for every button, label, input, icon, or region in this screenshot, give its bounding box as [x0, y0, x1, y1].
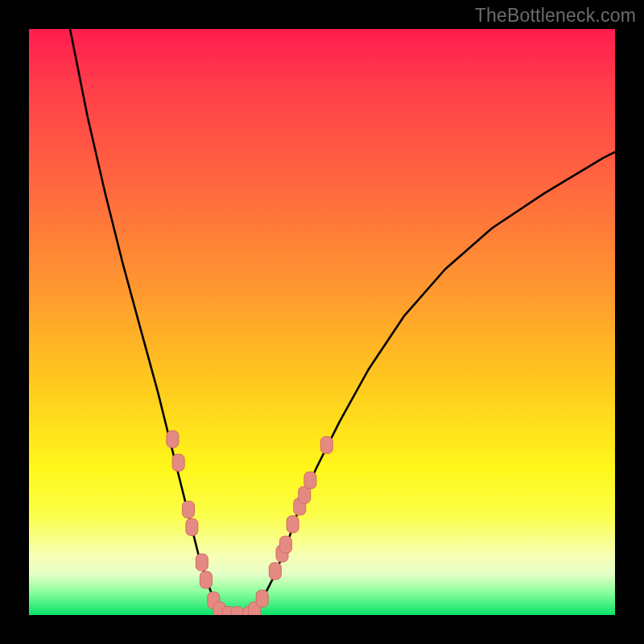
watermark-label: TheBottleneck.com — [475, 5, 636, 27]
bottleneck-curve — [29, 29, 615, 615]
data-marker — [320, 436, 332, 453]
chart-frame: TheBottleneck.com — [0, 0, 644, 644]
data-marker — [183, 502, 195, 518]
data-marker — [269, 563, 281, 580]
data-marker — [304, 472, 316, 489]
data-marker — [287, 516, 299, 533]
data-marker — [231, 607, 243, 616]
data-marker — [167, 431, 179, 448]
data-marker — [200, 572, 212, 588]
data-marker — [279, 536, 291, 553]
data-marker — [186, 518, 198, 535]
plot-area — [29, 29, 615, 615]
data-marker — [172, 454, 184, 471]
data-marker — [196, 554, 208, 571]
data-marker — [256, 590, 268, 607]
